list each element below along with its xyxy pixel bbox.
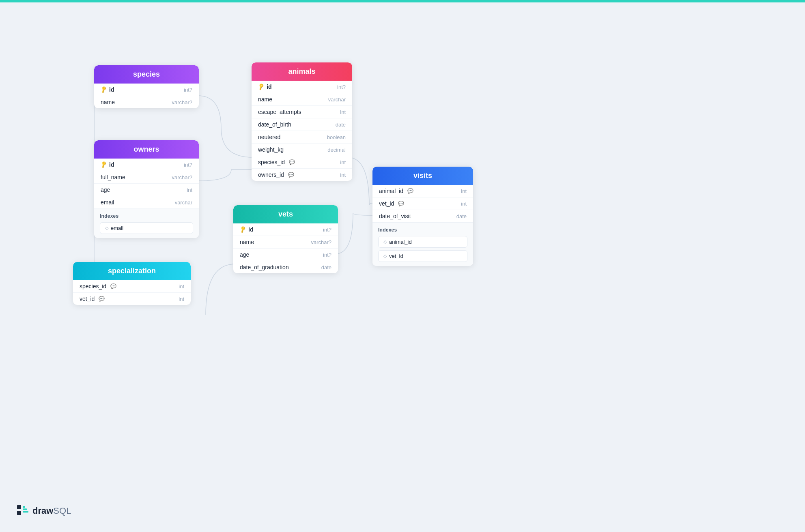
- owners-index-email: ◇ email: [100, 222, 193, 234]
- visits-index-animalid: ◇ animal_id: [378, 236, 467, 248]
- fk-icon: 💬: [110, 283, 116, 289]
- visits-table: visits animal_id 💬 int vet_id 💬 int date…: [372, 167, 473, 266]
- animals-header: animals: [252, 62, 352, 81]
- visits-indexes: Indexes ◇ animal_id ◇ vet_id: [372, 223, 473, 266]
- owners-field-age: age int: [94, 184, 199, 196]
- specialization-table: specialization species_id 💬 int vet_id 💬…: [73, 262, 191, 305]
- vets-field-name: name varchar?: [233, 236, 338, 249]
- specialization-header: specialization: [73, 262, 191, 280]
- spec-field-vetid: vet_id 💬 int: [73, 293, 191, 305]
- fk-icon: 💬: [99, 296, 105, 302]
- owners-title: owners: [133, 145, 159, 153]
- animals-table: animals 🔑 id int? name varchar escape_at…: [252, 62, 352, 181]
- animals-field-name: name varchar: [252, 93, 352, 106]
- svg-rect-4: [23, 506, 25, 508]
- animals-field-weight: weight_kg decimal: [252, 144, 352, 156]
- svg-rect-0: [17, 511, 21, 515]
- animals-field-ownersid: owners_id 💬 int: [252, 169, 352, 181]
- vets-field-graduation: date_of_graduation date: [233, 261, 338, 273]
- logo: drawSQL: [16, 504, 71, 517]
- visits-field-vetid: vet_id 💬 int: [372, 197, 473, 210]
- owners-field-id: 🔑 id int?: [94, 159, 199, 171]
- species-header: species: [94, 65, 199, 84]
- svg-rect-1: [17, 505, 21, 509]
- species-table: species 🔑 id int? name varchar?: [94, 65, 199, 108]
- species-title: species: [133, 70, 160, 78]
- owners-table: owners 🔑 id int? full_name varchar? age …: [94, 140, 199, 238]
- visits-field-animalid: animal_id 💬 int: [372, 185, 473, 197]
- fk-icon: 💬: [398, 201, 404, 206]
- animals-field-dob: date_of_birth date: [252, 118, 352, 131]
- species-field-id: 🔑 id int?: [94, 84, 199, 96]
- vets-header: vets: [233, 205, 338, 223]
- vets-table: vets 🔑 id int? name varchar? age int? da…: [233, 205, 338, 273]
- fk-icon: 💬: [289, 159, 295, 165]
- owners-field-fullname: full_name varchar?: [94, 171, 199, 184]
- svg-rect-2: [23, 511, 28, 513]
- visits-title: visits: [413, 172, 432, 180]
- key-icon: 🔑: [257, 83, 265, 91]
- animals-title: animals: [288, 67, 315, 75]
- animals-field-escape: escape_attempts int: [252, 106, 352, 118]
- visits-field-dateofvisit: date_of_visit date: [372, 210, 473, 223]
- logo-draw: draw: [32, 506, 53, 516]
- key-icon: 🔑: [100, 86, 108, 94]
- logo-sql: SQL: [53, 506, 71, 516]
- specialization-title: specialization: [108, 267, 156, 275]
- visits-header: visits: [372, 167, 473, 185]
- species-field-name: name varchar?: [94, 96, 199, 108]
- animals-field-speciesid: species_id 💬 int: [252, 156, 352, 169]
- fk-icon: 💬: [407, 188, 413, 194]
- animals-field-neutered: neutered boolean: [252, 131, 352, 144]
- key-icon: 🔑: [239, 225, 247, 234]
- vets-title: vets: [278, 210, 293, 218]
- spec-field-speciesid: species_id 💬 int: [73, 280, 191, 293]
- svg-rect-3: [23, 508, 27, 510]
- fk-icon: 💬: [288, 172, 294, 178]
- logo-icon: [16, 504, 29, 517]
- visits-index-vetid: ◇ vet_id: [378, 250, 467, 262]
- owners-field-email: email varchar: [94, 196, 199, 209]
- canvas: species 🔑 id int? name varchar? owners 🔑…: [0, 2, 805, 532]
- owners-indexes: Indexes ◇ email: [94, 209, 199, 238]
- logo-text: drawSQL: [32, 506, 71, 516]
- vets-field-id: 🔑 id int?: [233, 223, 338, 236]
- owners-header: owners: [94, 140, 199, 159]
- vets-field-age: age int?: [233, 249, 338, 261]
- key-icon: 🔑: [100, 161, 108, 169]
- animals-field-id: 🔑 id int?: [252, 81, 352, 93]
